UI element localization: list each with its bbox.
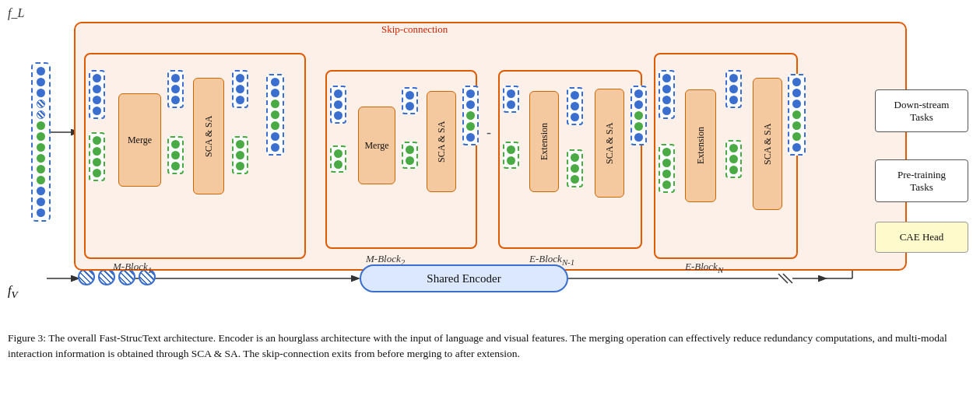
caption-area: Figure 3: The overall Fast-StrucText arc… <box>8 331 973 362</box>
m-block1-final-out <box>266 74 284 156</box>
cae-head-box: CAE Head <box>875 222 968 253</box>
m-block2-input-green <box>330 145 346 173</box>
eblockN-sca-sa: SCA & SA <box>753 78 782 210</box>
eblockN-mid-green <box>725 140 742 178</box>
eblockN-label: E-BlockN <box>685 261 723 275</box>
eblockN-extension: Extension <box>685 89 716 202</box>
e-block-n1-container: Extension SCA & SA <box>498 70 642 249</box>
eblockN1-mid-blue <box>567 87 583 125</box>
m-block2-mid-green <box>402 142 418 169</box>
m-block1-sca-sa: SCA & SA <box>193 78 224 194</box>
pretraining-tasks-box: Pre-trainingTasks <box>875 159 968 202</box>
m-block2-merge: Merge <box>358 107 395 184</box>
m-block2-container: Merge SCA & SA <box>325 70 477 249</box>
diagram-container: f_L fV Skip-connection <box>0 0 980 327</box>
m-block1-input-blue <box>89 70 105 119</box>
m-block2-mid-blue <box>402 87 418 114</box>
m-block1-merge: Merge <box>118 93 161 187</box>
eblockN-input-blue <box>659 70 675 119</box>
eblockN1-mid-green <box>567 149 583 187</box>
caption-text: Figure 3: The overall Fast-StrucText arc… <box>8 332 947 359</box>
m-block1-mid-green <box>167 136 184 174</box>
eblockN-output <box>788 74 806 156</box>
m-block2-input-blue <box>330 86 346 124</box>
shared-encoder-box: Shared Encoder <box>360 264 568 292</box>
m-block1-container: Merge SCA & SA <box>84 53 306 259</box>
svg-line-5 <box>783 274 792 283</box>
label-fV: fV <box>8 284 18 301</box>
m-block1-input-green <box>89 132 105 181</box>
eblockN-input-green <box>659 144 675 193</box>
label-fL: f_L <box>8 6 24 20</box>
eblockN1-output <box>631 86 647 145</box>
m-block1-output-green <box>232 136 248 174</box>
m-block2-output <box>462 86 479 145</box>
svg-line-4 <box>778 274 788 283</box>
eblockN1-extension: Extension <box>529 91 559 192</box>
input-fL-column <box>31 62 51 222</box>
eblockN-mid-blue <box>725 70 742 108</box>
eblockN1-sca-sa: SCA & SA <box>595 89 624 198</box>
skip-connection-label: Skip-connection <box>381 23 448 36</box>
eblockN1-input-blue <box>503 86 519 113</box>
m-block1-label: M-Block1 <box>113 261 152 275</box>
eblockN1-input-green <box>503 142 519 169</box>
m-block2-sca-sa: SCA & SA <box>427 91 456 192</box>
m-block1-output-blue <box>232 70 248 108</box>
e-block-N-container: Extension SCA & SA <box>654 53 798 259</box>
downstream-tasks-box: Down-streamTasks <box>875 89 968 132</box>
m-block1-mid-blue <box>167 70 184 108</box>
